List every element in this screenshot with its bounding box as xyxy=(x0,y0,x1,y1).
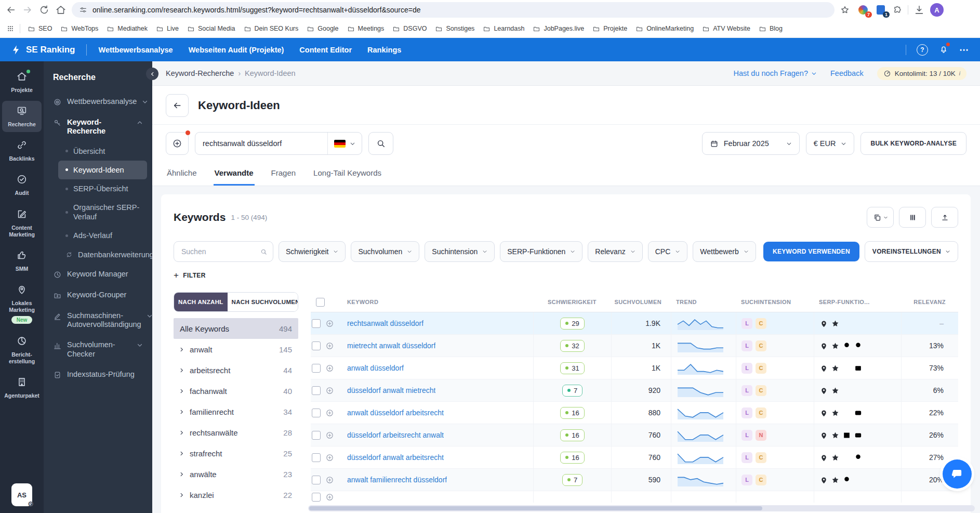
horizontal-scrollbar[interactable] xyxy=(308,505,975,511)
nav-rankings[interactable]: Rankings xyxy=(367,46,401,54)
apps-grid-icon[interactable] xyxy=(6,24,15,33)
row-checkbox[interactable] xyxy=(312,493,321,502)
address-bar[interactable]: online.seranking.com/research.keywords.h… xyxy=(72,2,835,18)
all-keywords-row[interactable]: Alle Keywords 494 xyxy=(174,318,298,339)
breadcrumb-parent[interactable]: Keyword-Recherche xyxy=(166,69,234,77)
rail-item-smm[interactable]: SMM xyxy=(2,245,42,277)
browser-forward-icon[interactable] xyxy=(22,4,33,16)
add-to-list-icon[interactable] xyxy=(325,493,334,502)
bookmark-learndash[interactable]: Learndash xyxy=(479,23,528,35)
menu-item-datenbankerweiterung[interactable]: Datenbankerweiterung xyxy=(58,245,147,264)
keyword-link[interactable]: anwalt düsseldorf xyxy=(347,364,404,372)
add-to-list-icon[interactable] xyxy=(325,341,334,350)
table-row[interactable]: düsseldorf anwalt arbeitsrecht 16 760 LC… xyxy=(311,446,958,469)
row-checkbox[interactable] xyxy=(312,453,321,462)
sidebar-collapse-button[interactable] xyxy=(146,68,158,80)
filter-schwierigkeit[interactable]: Schwierigkeit xyxy=(279,241,346,262)
table-row[interactable]: mietrecht anwalt düsseldorf 32 1K LC 13% xyxy=(311,335,958,357)
add-to-list-icon[interactable] xyxy=(325,431,334,440)
table-row[interactable]: düsseldorf anwalt mietrecht 7 920 LC 6% xyxy=(311,379,958,402)
table-row[interactable]: düsseldorf arbeitsrecht anwalt 16 760 LN… xyxy=(311,424,958,446)
bookmark-meetings[interactable]: Meetings xyxy=(343,23,389,35)
extension-icon-2[interactable]: 1 xyxy=(875,4,886,16)
group-kanzlei[interactable]: kanzlei 22 xyxy=(174,484,298,505)
rail-item-agenturpaket[interactable]: Agenturpaket xyxy=(2,372,42,403)
tab-long-tail-keywords[interactable]: Long-Tail Keywords xyxy=(312,162,382,186)
bookmark-projekte[interactable]: Projekte xyxy=(588,23,631,35)
menu-item-keyword-ideen[interactable]: Keyword-Ideen xyxy=(58,161,147,179)
add-filter-button[interactable]: + FILTER xyxy=(174,270,958,281)
columns-button[interactable] xyxy=(899,207,926,228)
col-volume[interactable]: SUCHVOLUMEN xyxy=(611,292,671,312)
add-to-list-icon[interactable] xyxy=(325,386,334,395)
browser-back-icon[interactable] xyxy=(5,4,17,16)
row-checkbox[interactable] xyxy=(312,476,321,484)
col-serp[interactable]: SERP-FUNKTIO... xyxy=(814,292,901,312)
bookmark-webtops[interactable]: WebTops xyxy=(56,23,102,35)
bookmark-mediathek[interactable]: Mediathek xyxy=(102,23,152,35)
nav-content-editor[interactable]: Content Editor xyxy=(299,46,352,54)
bookmark-jobpages-live[interactable]: JobPages.live xyxy=(528,23,588,35)
keyword-link[interactable]: düsseldorf arbeitsrecht anwalt xyxy=(347,431,444,439)
rail-item-backlinks[interactable]: Backlinks xyxy=(2,135,42,166)
table-row[interactable] xyxy=(311,491,958,503)
keyword-input[interactable] xyxy=(195,139,327,148)
row-checkbox[interactable] xyxy=(312,341,321,350)
group-strafrecht[interactable]: strafrecht 25 xyxy=(174,443,298,464)
bookmark-blog[interactable]: Blog xyxy=(754,23,787,35)
keyword-link[interactable]: rechtsanwalt düsseldorf xyxy=(347,319,423,327)
brand-logo[interactable]: SE Ranking xyxy=(10,44,75,56)
row-checkbox[interactable] xyxy=(312,409,321,417)
keyword-link[interactable]: düsseldorf anwalt mietrecht xyxy=(347,386,435,394)
keyword-link[interactable]: mietrecht anwalt düsseldorf xyxy=(347,341,435,350)
menu-item-ads-verlauf[interactable]: Ads-Verlauf xyxy=(58,226,147,245)
table-row[interactable]: anwalt düsseldorf arbeitsrecht 16 880 LC… xyxy=(311,402,958,424)
group-familienrecht[interactable]: familienrecht 34 xyxy=(174,401,298,422)
add-to-list-icon[interactable] xyxy=(325,409,334,417)
menu-item-suchvolumen-checker[interactable]: Suchvolumen-Checker xyxy=(49,335,147,364)
header-more-icon[interactable]: ⋯ xyxy=(959,44,970,56)
copy-button[interactable] xyxy=(867,207,894,228)
menu-item-serp-übersicht[interactable]: SERP-Übersicht xyxy=(58,179,147,198)
help-icon[interactable]: ? xyxy=(917,44,928,56)
site-settings-icon[interactable] xyxy=(79,6,87,14)
toggle-nach-anzahl[interactable]: NACH ANZAHL xyxy=(174,293,228,311)
feedback-link[interactable]: Feedback xyxy=(830,69,864,77)
col-trend[interactable]: TREND xyxy=(671,292,736,312)
menu-item-organischer-serp-verlauf[interactable]: Organischer SERP-Verlauf xyxy=(58,198,147,226)
extension-icon-1[interactable]: 7 xyxy=(857,4,869,16)
date-select[interactable]: Februar 2025 xyxy=(702,132,800,155)
filter-serp-funktionen[interactable]: SERP-Funktionen xyxy=(500,241,582,262)
bookmark-dsgvo[interactable]: DSGVO xyxy=(388,23,431,35)
col-relevance[interactable]: RELEVANZ xyxy=(901,292,958,312)
filter-cpc[interactable]: CPC xyxy=(648,241,688,262)
group-arbeitsrecht[interactable]: arbeitsrecht 44 xyxy=(174,360,298,380)
bookmark-atv-website[interactable]: ATV Website xyxy=(698,23,754,35)
add-keyword-button[interactable] xyxy=(166,132,189,155)
browser-profile-avatar[interactable]: A xyxy=(930,3,944,17)
rail-item-projekte[interactable]: Projekte xyxy=(2,67,42,98)
bookmark-live[interactable]: Live xyxy=(152,23,183,35)
scrollbar-thumb[interactable] xyxy=(309,506,762,510)
browser-reload-icon[interactable] xyxy=(38,4,50,16)
bookmark-seo[interactable]: SEO xyxy=(23,23,56,35)
table-search-input[interactable] xyxy=(180,247,260,256)
nav-wettbewerbsanalyse[interactable]: Wettbewerbsanalyse xyxy=(98,46,173,54)
bookmark-social-media[interactable]: Social Media xyxy=(183,23,240,35)
menu-item-keyword-grouper[interactable]: Keyword-Grouper xyxy=(49,285,147,306)
questions-dropdown[interactable]: Hast du noch Fragen? xyxy=(734,69,817,77)
menu-item-keyword-recherche[interactable]: Keyword-Recherche xyxy=(49,112,147,142)
export-button[interactable] xyxy=(931,207,958,228)
bookmark-sonstiges[interactable]: Sonstiges xyxy=(431,23,479,35)
col-keyword[interactable]: KEYWORD xyxy=(342,292,533,312)
tab-fragen[interactable]: Fragen xyxy=(270,162,297,186)
rail-item-recherche[interactable]: Recherche xyxy=(2,101,42,132)
keyword-link[interactable]: anwalt familienrecht düsseldorf xyxy=(347,476,447,484)
nav-webseiten-audit-projekte[interactable]: Webseiten Audit (Projekte) xyxy=(189,46,284,54)
col-difficulty[interactable]: SCHWIERIGKEIT xyxy=(533,292,611,312)
bookmark-star-icon[interactable] xyxy=(840,5,850,15)
user-avatar[interactable]: AS⚙ xyxy=(11,483,32,506)
search-button[interactable] xyxy=(368,132,393,155)
menu-item-wettbewerbsanalyse[interactable]: Wettbewerbsanalyse xyxy=(49,91,147,112)
bulk-analysis-button[interactable]: BULK KEYWORD-ANALYSE xyxy=(860,132,966,155)
